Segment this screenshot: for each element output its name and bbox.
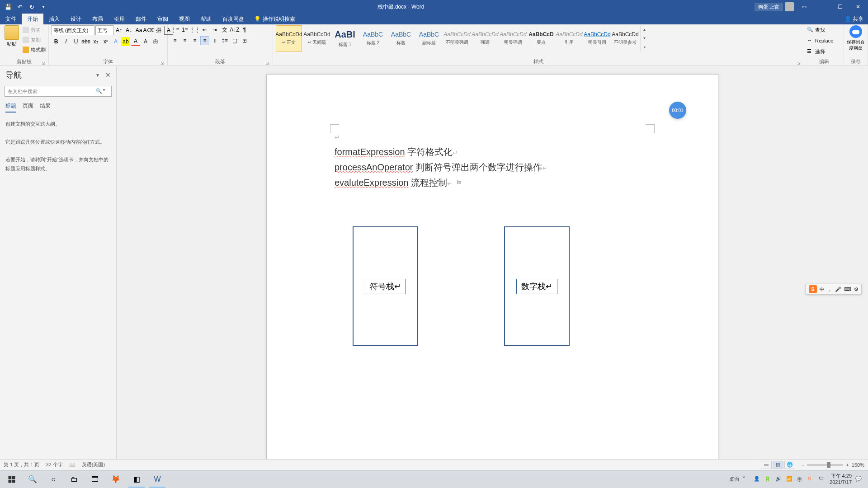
share-button[interactable]: 👤 共享 — [840, 15, 868, 23]
sogou-tray-icon[interactable]: S — [808, 476, 815, 483]
battery-icon[interactable]: 🔋 — [764, 476, 772, 483]
shrink-font-icon[interactable]: A↓ — [124, 26, 133, 35]
save-icon[interactable]: 💾 — [5, 3, 12, 10]
word-taskbar-icon[interactable]: W — [147, 471, 167, 488]
start-button[interactable] — [2, 471, 22, 488]
clock[interactable]: 下午 4:29 2021/7/17 — [830, 473, 852, 485]
subscript-icon[interactable]: x₂ — [91, 37, 100, 46]
tab-design[interactable]: 设计 — [65, 14, 87, 24]
highlight-icon[interactable]: ab — [121, 37, 130, 46]
document-area[interactable]: 00:01 ↵ formatExpression 字符格式化↵ processA… — [117, 66, 868, 459]
increase-indent-icon[interactable]: ⇥ — [210, 25, 219, 34]
numbering-icon[interactable]: 1≡ — [180, 25, 189, 34]
style-item[interactable]: AaBbC标题 — [388, 25, 414, 52]
navpane-dropdown-icon[interactable]: ▼ — [95, 73, 100, 78]
ime-toolbar[interactable]: S 中 ， 🎤 ⌨ ⚙ — [806, 284, 862, 295]
tab-review[interactable]: 审阅 — [152, 14, 174, 24]
style-item[interactable]: AaBbCcDd引用 — [556, 25, 582, 52]
change-case-icon[interactable]: Aa — [134, 26, 143, 35]
tab-baidu[interactable]: 百度网盘 — [217, 14, 250, 24]
ribbon-options-icon[interactable]: ▭ — [796, 1, 812, 12]
line-spacing-icon[interactable]: ‡≡ — [220, 36, 229, 45]
char-shading-icon[interactable]: A — [141, 37, 150, 46]
align-left-icon[interactable]: ≡ — [170, 36, 179, 45]
maximize-icon[interactable]: ☐ — [832, 1, 848, 12]
tab-references[interactable]: 引用 — [108, 14, 130, 24]
styles-down-icon[interactable]: ▼ — [643, 36, 646, 40]
zoom-slider[interactable] — [807, 464, 843, 466]
ime-mode[interactable]: 中 — [820, 286, 825, 293]
italic-icon[interactable]: I — [61, 37, 71, 46]
number-stack-shape[interactable]: 数字栈↵ — [504, 226, 570, 346]
desktop-label[interactable]: 桌面 — [729, 476, 739, 483]
minimize-icon[interactable]: — — [814, 1, 830, 12]
page[interactable]: 00:01 ↵ formatExpression 字符格式化↵ processA… — [266, 74, 718, 459]
style-item[interactable]: AaBbCcDd↵ 无间隔 — [304, 25, 330, 52]
ime-mic-icon[interactable]: 🎤 — [835, 286, 841, 292]
cut-button[interactable]: 剪切 — [23, 25, 46, 34]
zoom-out-icon[interactable]: − — [802, 462, 804, 468]
font-size-combo[interactable]: 五号 — [95, 25, 113, 35]
zoom-in-icon[interactable]: + — [846, 462, 849, 468]
ime-keyboard-icon[interactable]: ⌨ — [844, 286, 851, 292]
show-marks-icon[interactable]: ¶ — [240, 25, 249, 34]
style-item[interactable]: AaBbCcDd明显引用 — [584, 25, 610, 52]
style-item[interactable]: AaBbCcDd不明显强调 — [444, 25, 470, 52]
phonetic-icon[interactable]: 拼 — [154, 26, 163, 35]
multilevel-icon[interactable]: ⋮⋮ — [190, 25, 199, 34]
shading-icon[interactable]: ▢ — [230, 36, 239, 45]
close-icon[interactable]: ✕ — [850, 1, 866, 12]
save-to-baidu-button[interactable]: 保存到百度网盘 — [847, 25, 865, 52]
read-mode-icon[interactable]: ▭ — [761, 461, 772, 469]
grow-font-icon[interactable]: A↑ — [114, 26, 123, 35]
search-taskbar-icon[interactable]: 🔍 — [23, 471, 42, 488]
tell-me-search[interactable]: 💡 操作说明搜索 — [250, 15, 300, 23]
paste-button[interactable]: 粘贴 — [3, 25, 21, 47]
notifications-icon[interactable]: 💬 — [855, 476, 863, 483]
user-avatar[interactable] — [785, 2, 794, 11]
navpane-search[interactable]: 🔍 ▼ — [5, 86, 112, 97]
user-label[interactable]: 狗蛋 上官 — [755, 3, 783, 11]
ime-tray-icon[interactable]: ㊥ — [797, 476, 804, 483]
tab-help[interactable]: 帮助 — [195, 14, 217, 24]
borders-icon[interactable]: ⊞ — [240, 36, 249, 45]
select-button[interactable]: ☰选择 — [807, 47, 825, 56]
volume-icon[interactable]: 🔊 — [775, 476, 783, 483]
align-right-icon[interactable]: ≡ — [190, 36, 199, 45]
sort-icon[interactable]: A↓Z — [230, 25, 239, 34]
tab-mailings[interactable]: 邮件 — [130, 14, 152, 24]
style-item[interactable]: AaBbCcDd强调 — [472, 25, 498, 52]
justify-icon[interactable]: ≡ — [200, 36, 209, 45]
strike-icon[interactable]: abc — [81, 37, 90, 46]
font-color-icon[interactable]: A — [131, 37, 140, 46]
font-launcher-icon[interactable]: ⇲ — [160, 60, 165, 65]
tab-insert[interactable]: 插入 — [43, 14, 65, 24]
text-effects-icon[interactable]: A — [111, 37, 120, 46]
firefox-icon[interactable]: 🦊 — [106, 471, 126, 488]
spellcheck-icon[interactable]: 📖 — [69, 462, 75, 468]
style-item[interactable]: AaBbCcD要点 — [528, 25, 554, 52]
clipboard-launcher-icon[interactable]: ⇲ — [41, 60, 46, 65]
tab-view[interactable]: 视图 — [174, 14, 195, 24]
search-dropdown-icon[interactable]: ▼ — [102, 88, 108, 94]
superscript-icon[interactable]: x² — [101, 37, 110, 46]
people-icon[interactable]: 👤 — [754, 476, 761, 483]
asian-layout-icon[interactable]: 文 — [220, 25, 229, 34]
navtab-headings[interactable]: 标题 — [5, 102, 16, 113]
style-item[interactable]: AaBl标题 1 — [332, 25, 358, 52]
font-name-combo[interactable]: 等线 (西文正文) — [52, 25, 94, 35]
style-item[interactable]: AaBbC副标题 — [416, 25, 442, 52]
copy-button[interactable]: 复制 — [23, 35, 46, 44]
undo-icon[interactable]: ↶ — [16, 3, 24, 10]
style-item[interactable]: AaBbCcDd↵ 正文 — [276, 25, 302, 52]
style-item[interactable]: AaBbCcDd不明显参考 — [612, 25, 638, 52]
search-icon[interactable]: 🔍 — [96, 88, 102, 94]
security-icon[interactable]: 🛡 — [819, 476, 826, 483]
qat-more-icon[interactable]: ▼ — [40, 3, 47, 10]
decrease-indent-icon[interactable]: ⇤ — [200, 25, 209, 34]
bullets-icon[interactable]: ⋮≡ — [170, 25, 179, 34]
enclose-char-icon[interactable]: ㊥ — [151, 37, 160, 46]
print-layout-icon[interactable]: ▤ — [773, 461, 783, 469]
tab-file[interactable]: 文件 — [0, 14, 22, 24]
language-status[interactable]: 英语(美国) — [82, 461, 105, 468]
